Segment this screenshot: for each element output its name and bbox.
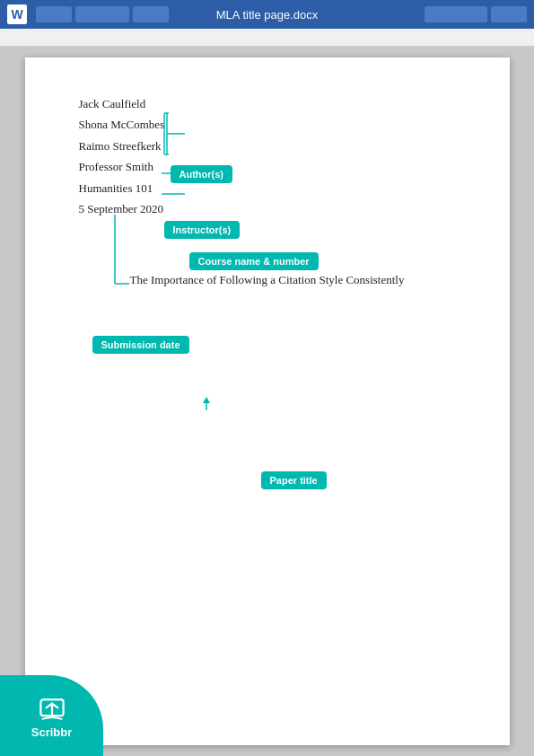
author-line-3: Raimo Streefkerk [79, 136, 456, 156]
annotation-date: Submission date [92, 336, 189, 354]
scribbr-label: Scribbr [31, 725, 73, 739]
date-line: 5 September 2020 [79, 198, 456, 219]
title-bar-left: W [7, 4, 169, 24]
title-bar-right [425, 6, 527, 22]
doc-content: Jack Caulfield Shona McCombes Raimo Stre… [79, 93, 456, 219]
svg-marker-10 [203, 397, 210, 403]
word-icon: W [7, 4, 27, 24]
toolbar-btn-2[interactable] [75, 6, 129, 22]
course-line: Humanities 101 [79, 178, 456, 198]
window-title: MLA title page.docx [216, 8, 318, 22]
author-line-1: Jack Caulfield [79, 93, 456, 114]
toolbar-btn-5[interactable] [491, 6, 527, 22]
annotation-authors: Author(s) [171, 165, 233, 183]
instructor-line: Professor Smith [79, 156, 456, 177]
author-line-2: Shona McCombes [79, 114, 456, 135]
paper-title-text: The Importance of Following a Citation S… [79, 273, 456, 287]
annotation-title: Paper title [261, 471, 327, 489]
paper-title-section: The Importance of Following a Citation S… [79, 273, 456, 287]
annotation-instructor: Instructor(s) [164, 221, 241, 239]
toolbar-btn-3[interactable] [133, 6, 169, 22]
scribbr-logo-icon [36, 693, 68, 725]
ruler [0, 29, 534, 47]
annotation-course: Course name & number [189, 252, 319, 270]
toolbar-btn-1[interactable] [36, 6, 72, 22]
toolbar-btn-4[interactable] [425, 6, 487, 22]
doc-container: Jack Caulfield Shona McCombes Raimo Stre… [0, 47, 534, 756]
title-bar: W MLA title page.docx [0, 0, 534, 29]
doc-page: Jack Caulfield Shona McCombes Raimo Stre… [25, 57, 510, 745]
